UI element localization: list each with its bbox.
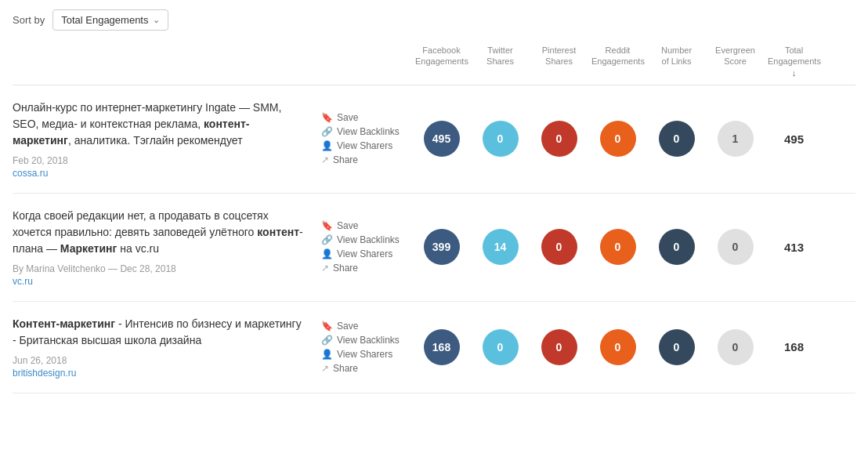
pinterest-cell: 0 [530,121,588,157]
action-view-sharers[interactable]: 👤 View Sharers [321,349,412,360]
action-save[interactable]: 🔖 Save [321,321,412,332]
action-label: View Sharers [337,140,392,151]
article-meta: Jun 26, 2018 [13,355,306,366]
links-cell: 0 [647,329,706,365]
evergreen-cell: 1 [706,121,765,157]
table-row: Когда своей редакции нет, а продавать в … [13,194,855,302]
article-title: Онлайн-курс по интернет-маркетингу Ingat… [13,100,306,149]
col-facebook: FacebookEngagements [412,45,471,78]
evergreen-circle: 0 [718,229,754,265]
article-domain[interactable]: britishdesign.ru [13,368,306,379]
evergreen-cell: 0 [706,229,765,265]
reddit-cell: 0 [588,121,647,157]
action-label: View Sharers [337,349,392,360]
action-label: View Backlinks [337,126,400,137]
total-value: 413 [784,241,804,254]
article-actions: 🔖 Save 🔗 View Backlinks 👤 View Sharers ↗… [318,112,412,165]
facebook-circle: 168 [424,329,460,365]
reddit-circle: 0 [600,229,636,265]
evergreen-circle: 1 [718,121,754,157]
action-share[interactable]: ↗ Share [321,263,412,274]
total-cell: 168 [765,340,823,353]
bookmark-icon: 🔖 [321,220,333,231]
action-label: Share [333,154,358,165]
article-meta: By Marina Velitchenko — Dec 28, 2018 [13,263,306,274]
link-icon: 🔗 [321,126,333,137]
pinterest-cell: 0 [530,329,588,365]
col-evergreen: EvergreenScore [706,45,765,78]
action-save[interactable]: 🔖 Save [321,220,412,231]
facebook-circle: 495 [424,121,460,157]
col-article [13,45,318,78]
action-view-sharers[interactable]: 👤 View Sharers [321,248,412,259]
article-title: Когда своей редакции нет, а продавать в … [13,208,306,257]
total-value: 495 [784,132,804,146]
action-view-backlinks[interactable]: 🔗 View Backlinks [321,234,412,245]
share-icon: ↗ [321,154,329,165]
action-label: View Backlinks [337,234,400,245]
link-icon: 🔗 [321,335,333,346]
sort-label: Sort by [13,14,45,26]
article-meta: Feb 20, 2018 [13,155,306,166]
evergreen-circle: 0 [718,329,754,365]
share-icon: ↗ [321,363,329,374]
action-label: View Sharers [337,248,392,259]
links-cell: 0 [647,229,706,265]
table-header: FacebookEngagements TwitterShares Pinter… [13,45,855,85]
total-cell: 495 [765,132,823,146]
link-icon: 🔗 [321,234,333,245]
article-title: Контент-маркетинг - Интенсив по бизнесу … [13,316,306,349]
action-save[interactable]: 🔖 Save [321,112,412,123]
article-info: Контент-маркетинг - Интенсив по бизнесу … [13,316,318,379]
sort-arrow-icon: ↓ [792,68,797,78]
article-info: Онлайн-курс по интернет-маркетингу Ingat… [13,100,318,179]
table-row: Контент-маркетинг - Интенсив по бизнесу … [13,302,855,393]
action-share[interactable]: ↗ Share [321,154,412,165]
sort-dropdown[interactable]: Total Engagements ⌄ [52,9,168,31]
facebook-cell: 399 [412,229,471,265]
article-actions: 🔖 Save 🔗 View Backlinks 👤 View Sharers ↗… [318,321,412,374]
action-view-sharers[interactable]: 👤 View Sharers [321,140,412,151]
action-share[interactable]: ↗ Share [321,363,412,374]
action-label: Save [337,220,358,231]
reddit-cell: 0 [588,329,647,365]
twitter-cell: 0 [471,329,530,365]
twitter-circle: 0 [483,329,519,365]
bookmark-icon: 🔖 [321,321,333,332]
col-links: Numberof Links [647,45,706,78]
reddit-circle: 0 [600,121,636,157]
col-pinterest: PinterestShares [530,45,588,78]
rows-container: Онлайн-курс по интернет-маркетингу Ingat… [13,85,855,393]
table-row: Онлайн-курс по интернет-маркетингу Ingat… [13,85,855,194]
action-label: Save [337,321,358,332]
links-circle: 0 [659,121,695,157]
bookmark-icon: 🔖 [321,112,333,123]
chevron-down-icon: ⌄ [153,15,160,25]
sort-value: Total Engagements [61,14,148,26]
article-info: Когда своей редакции нет, а продавать в … [13,208,318,287]
facebook-cell: 168 [412,329,471,365]
article-domain[interactable]: cossa.ru [13,168,306,179]
links-circle: 0 [659,329,695,365]
twitter-circle: 0 [483,121,519,157]
main-container: Sort by Total Engagements ⌄ FacebookEnga… [0,0,868,403]
article-domain[interactable]: vc.ru [13,276,306,287]
action-view-backlinks[interactable]: 🔗 View Backlinks [321,335,412,346]
col-reddit: RedditEngagements [588,45,647,78]
action-view-backlinks[interactable]: 🔗 View Backlinks [321,126,412,137]
evergreen-cell: 0 [706,329,765,365]
action-label: Save [337,112,358,123]
pinterest-circle: 0 [541,121,577,157]
action-label: Share [333,363,358,374]
article-actions: 🔖 Save 🔗 View Backlinks 👤 View Sharers ↗… [318,220,412,274]
facebook-cell: 495 [412,121,471,157]
share-icon: ↗ [321,263,329,274]
toolbar: Sort by Total Engagements ⌄ [13,9,855,37]
action-label: Share [333,263,358,274]
facebook-circle: 399 [424,229,460,265]
twitter-circle: 14 [483,229,519,265]
pinterest-cell: 0 [530,229,588,265]
col-actions [318,45,412,78]
col-twitter: TwitterShares [471,45,530,78]
user-icon: 👤 [321,140,333,151]
